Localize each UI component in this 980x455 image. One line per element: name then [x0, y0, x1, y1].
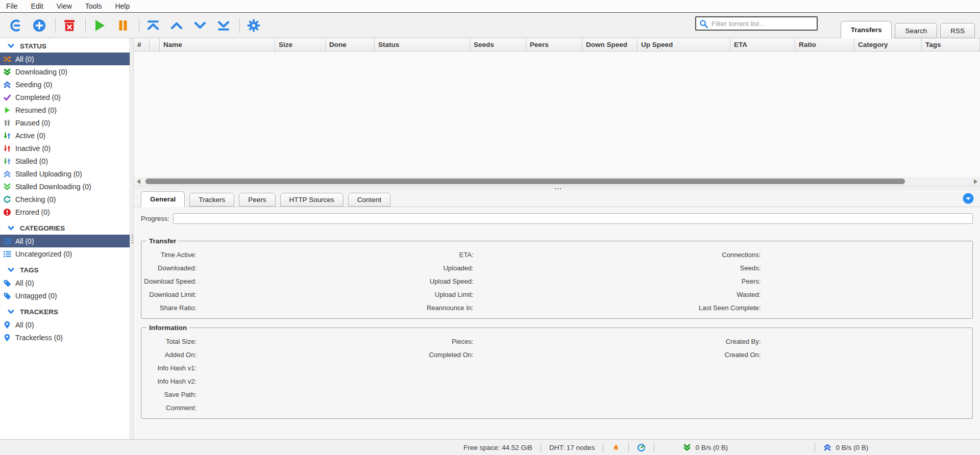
field-row: Added On:Completed On:Created On:: [141, 348, 972, 361]
sidebar-splitter[interactable]: [130, 38, 134, 439]
sidebar-item-categories-all-0[interactable]: All (0): [0, 235, 130, 247]
sidebar-item-status-checking-0[interactable]: Checking (0): [0, 193, 130, 206]
column-header-up-speed[interactable]: Up Speed: [638, 38, 730, 51]
field-wasted: Wasted:: [695, 291, 972, 298]
resume-button[interactable]: [92, 18, 107, 33]
menu-help[interactable]: Help: [115, 2, 130, 10]
tab-search[interactable]: Search: [895, 23, 937, 38]
column-header-tags[interactable]: Tags: [922, 38, 980, 51]
details-tab-peers[interactable]: Peers: [239, 193, 275, 207]
sidebar-section-trackers[interactable]: TRACKERS: [0, 305, 130, 318]
arrow-bottom-icon: [216, 18, 231, 33]
tab-transfers[interactable]: Transfers: [841, 21, 892, 38]
column-header-[interactable]: #: [134, 38, 150, 51]
sidebar-item-status-resumed-0[interactable]: Resumed (0): [0, 104, 130, 116]
sidebar-item-status-active-0[interactable]: Active (0): [0, 129, 130, 142]
sidebar-item-status-errored-0[interactable]: Errored (0): [0, 206, 130, 218]
sidebar-item-categories-uncategorized-0[interactable]: Uncategorized (0): [0, 247, 130, 260]
sidebar-section-status[interactable]: STATUS: [0, 39, 130, 53]
group-legend: Transfer: [146, 237, 179, 245]
sidebar-item-label: All (0): [15, 55, 34, 63]
sidebar-item-trackers-trackerless-0[interactable]: Trackerless (0): [0, 331, 130, 344]
sidebar-item-label: Active (0): [15, 132, 45, 140]
tab-rss[interactable]: RSS: [940, 23, 975, 38]
speed-gauge-icon[interactable]: [637, 443, 646, 452]
column-header-blank[interactable]: [150, 38, 160, 51]
scroll-right-button[interactable]: [971, 177, 980, 186]
column-header-eta[interactable]: ETA: [730, 38, 795, 51]
menu-view[interactable]: View: [57, 2, 72, 10]
delete-button[interactable]: [62, 18, 77, 33]
menu-bar: FileEditViewToolsHelp: [0, 0, 980, 13]
column-header-done[interactable]: Done: [326, 38, 375, 51]
sidebar-item-tags-all-0[interactable]: All (0): [0, 276, 130, 289]
sidebar-section-tags[interactable]: TAGS: [0, 263, 130, 276]
field-label: Wasted:: [695, 291, 761, 298]
scrollbar-thumb[interactable]: [145, 179, 905, 184]
sidebar-item-tags-untagged-0[interactable]: Untagged (0): [0, 289, 130, 302]
details-tab-http-sources[interactable]: HTTP Sources: [280, 193, 344, 207]
field-row: Comment:: [141, 401, 972, 414]
details-tab-content[interactable]: Content: [348, 193, 390, 207]
column-header-ratio[interactable]: Ratio: [795, 38, 854, 51]
sidebar-item-status-stalled-downloading-0[interactable]: Stalled Downloading (0): [0, 180, 130, 193]
column-header-seeds[interactable]: Seeds: [470, 38, 526, 51]
sidebar-item-status-inactive-0[interactable]: Inactive (0): [0, 142, 130, 155]
field-share-ratio: Share Ratio:: [141, 304, 419, 312]
pause-button[interactable]: [115, 18, 131, 33]
field-label: Total Size:: [141, 338, 197, 345]
move-bottom-button[interactable]: [216, 18, 231, 33]
chevron-down-icon: [7, 308, 15, 316]
move-down-button[interactable]: [192, 18, 208, 33]
sidebar-item-status-seeding-0[interactable]: Seeding (0): [0, 78, 130, 91]
column-header-status[interactable]: Status: [375, 38, 470, 51]
field-label: Upload Limit:: [419, 291, 474, 298]
chevrons-down-icon: [3, 183, 11, 191]
move-top-button[interactable]: [145, 18, 161, 33]
column-header-name[interactable]: Name: [160, 38, 275, 51]
main-panel: #NameSizeDoneStatusSeedsPeersDown SpeedU…: [134, 38, 980, 439]
shuffle-icon: [3, 55, 11, 63]
menu-edit[interactable]: Edit: [31, 2, 43, 10]
free-space-label: Free space: 44.52 GiB: [463, 444, 532, 451]
column-header-category[interactable]: Category: [854, 38, 922, 51]
sidebar-item-trackers-all-0[interactable]: All (0): [0, 318, 130, 331]
move-up-button[interactable]: [169, 18, 184, 33]
filter-input[interactable]: [712, 20, 814, 28]
add-torrent-link-button[interactable]: [8, 18, 23, 33]
field-time-active: Time Active:: [141, 251, 419, 259]
arrow-up-icon: [169, 18, 184, 33]
field-created-by: Created By:: [695, 338, 972, 345]
play-big-icon: [92, 18, 107, 33]
column-header-size[interactable]: Size: [275, 38, 326, 51]
alt-speed-flame-icon[interactable]: [611, 443, 620, 452]
options-button[interactable]: [246, 18, 261, 33]
chevrons-up-icon: [3, 170, 11, 178]
add-torrent-file-button[interactable]: [32, 18, 47, 33]
field-label: Save Path:: [141, 391, 197, 398]
sidebar-item-status-stalled-uploading-0[interactable]: Stalled Uploading (0): [0, 167, 130, 180]
scroll-left-button[interactable]: [134, 177, 143, 186]
field-label: Reannounce In:: [419, 304, 474, 312]
sidebar-section-categories[interactable]: CATEGORIES: [0, 221, 130, 235]
sidebar-item-status-stalled-0[interactable]: Stalled (0): [0, 155, 130, 167]
field-row: Time Active:ETA:Connections:: [141, 248, 972, 261]
sidebar-item-status-all-0[interactable]: All (0): [0, 53, 130, 65]
sidebar-item-label: Resumed (0): [15, 106, 57, 114]
details-tab-trackers[interactable]: Trackers: [189, 193, 234, 207]
field-info-hash-v2: Info Hash v2:: [141, 377, 419, 385]
sidebar-item-status-completed-0[interactable]: Completed (0): [0, 91, 130, 104]
field-label: Share Ratio:: [141, 304, 197, 312]
collapse-panel-icon[interactable]: [963, 193, 974, 204]
arrow-down-icon: [193, 18, 207, 33]
sidebar: STATUSAll (0)Downloading (0)Seeding (0)C…: [0, 38, 130, 439]
details-splitter[interactable]: [134, 186, 980, 190]
menu-tools[interactable]: Tools: [85, 2, 102, 10]
details-tab-general[interactable]: General: [141, 191, 185, 207]
sidebar-item-status-paused-0[interactable]: Paused (0): [0, 116, 130, 129]
column-header-down-speed[interactable]: Down Speed: [582, 38, 638, 51]
column-header-peers[interactable]: Peers: [526, 38, 582, 51]
menu-file[interactable]: File: [6, 2, 18, 10]
category-list-icon: [3, 237, 11, 245]
sidebar-item-status-downloading-0[interactable]: Downloading (0): [0, 65, 130, 78]
